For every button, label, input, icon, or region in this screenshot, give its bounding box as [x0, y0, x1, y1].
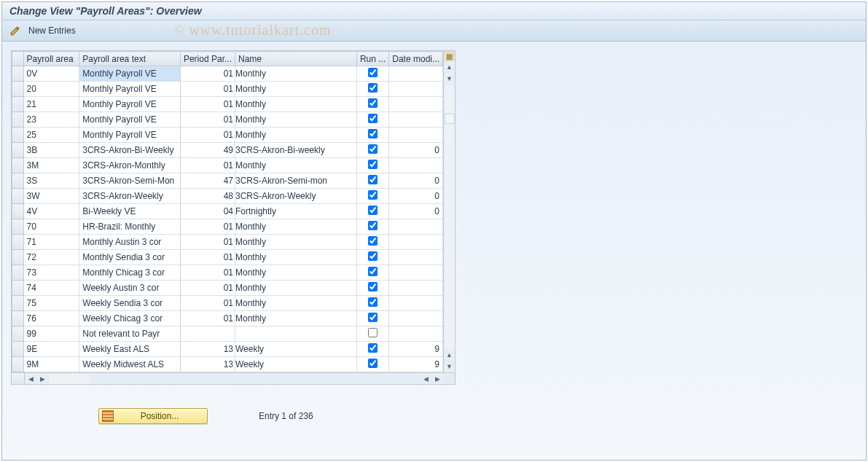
run-checkbox[interactable] [368, 83, 378, 93]
cell-period-par[interactable]: 48 [180, 189, 235, 204]
cell-run[interactable] [356, 143, 388, 158]
cell-name[interactable]: 3CRS-Akron-Bi-weekly [235, 143, 356, 158]
cell-name[interactable]: Monthly [235, 265, 356, 281]
cell-payroll-area[interactable]: 75 [23, 296, 79, 311]
cell-run[interactable] [356, 235, 388, 250]
cell-run[interactable] [356, 82, 388, 97]
cell-date-modi[interactable] [389, 97, 443, 112]
table-row[interactable]: 3M3CRS-Akron-Monthly01Monthly [12, 158, 443, 173]
cell-run[interactable] [356, 357, 388, 372]
cell-date-modi[interactable] [389, 82, 443, 97]
cell-payroll-area[interactable]: 3B [23, 143, 79, 158]
cell-payroll-area[interactable]: 20 [23, 82, 79, 97]
cell-period-par[interactable]: 01 [180, 66, 235, 82]
cell-payroll-text[interactable]: Monthly Payroll VE [79, 82, 181, 97]
cell-payroll-text[interactable]: Monthly Chicag 3 cor [79, 265, 181, 281]
table-row[interactable]: 72Monthly Sendia 3 cor01Monthly [12, 250, 443, 265]
cell-date-modi[interactable]: 9 [389, 342, 443, 357]
col-payroll-area[interactable]: Payroll area [23, 52, 79, 66]
cell-payroll-area[interactable]: 9M [23, 357, 79, 372]
cell-name[interactable]: 3CRS-Akron-Weekly [235, 189, 356, 204]
cell-period-par[interactable]: 01 [180, 82, 235, 97]
row-selector[interactable] [12, 250, 24, 265]
scroll-up-icon[interactable]: ▲ [445, 62, 455, 72]
cell-date-modi[interactable] [389, 128, 443, 143]
row-selector[interactable] [12, 326, 24, 342]
cell-date-modi[interactable] [389, 311, 443, 326]
cell-payroll-area[interactable]: 73 [23, 265, 79, 281]
table-row[interactable]: 3B3CRS-Akron-Bi-Weekly493CRS-Akron-Bi-we… [12, 143, 443, 158]
cell-run[interactable] [356, 97, 388, 112]
cell-run[interactable] [356, 281, 388, 296]
cell-payroll-text[interactable]: 3CRS-Akron-Bi-Weekly [79, 143, 181, 158]
cell-payroll-text[interactable]: Bi-Weekly VE [79, 204, 181, 219]
run-checkbox[interactable] [368, 359, 378, 368]
horizontal-scrollbar[interactable]: ◀ ▶ ◀ ▶ [12, 372, 455, 384]
cell-name[interactable]: Monthly [235, 128, 356, 143]
run-checkbox[interactable] [368, 343, 378, 353]
cell-payroll-area[interactable]: 72 [23, 250, 79, 265]
table-row[interactable]: 3S3CRS-Akron-Semi-Mon473CRS-Akron-Semi-m… [12, 173, 443, 189]
cell-period-par[interactable]: 01 [180, 158, 235, 173]
cell-payroll-text[interactable]: 3CRS-Akron-Semi-Mon [79, 173, 181, 189]
row-selector[interactable] [12, 342, 24, 357]
col-name[interactable]: Name [235, 52, 356, 66]
cell-date-modi[interactable] [389, 112, 443, 128]
row-selector[interactable] [12, 281, 24, 296]
table-settings-icon[interactable]: ▦ [445, 51, 455, 61]
col-run[interactable]: Run ... [356, 52, 388, 66]
run-checkbox[interactable] [368, 68, 378, 77]
cell-date-modi[interactable] [389, 281, 443, 296]
table-row[interactable]: 25Monthly Payroll VE01Monthly [12, 128, 443, 143]
row-selector[interactable] [12, 97, 24, 112]
cell-name[interactable]: Monthly [235, 112, 356, 128]
cell-run[interactable] [356, 311, 388, 326]
cell-payroll-text[interactable]: Not relevant to Payr [79, 326, 181, 342]
row-selector[interactable] [12, 66, 24, 82]
table-row[interactable]: 70HR-Brazil: Monthly01Monthly [12, 219, 443, 235]
cell-period-par[interactable]: 01 [180, 219, 235, 235]
scroll-down2-icon[interactable]: ▼ [445, 361, 455, 372]
run-checkbox[interactable] [368, 144, 378, 154]
run-checkbox[interactable] [368, 98, 378, 108]
cell-period-par[interactable]: 01 [180, 250, 235, 265]
run-checkbox[interactable] [368, 251, 378, 261]
cell-date-modi[interactable] [389, 66, 443, 82]
table-row[interactable]: 76Weekly Chicag 3 cor01Monthly [12, 311, 443, 326]
cell-name[interactable]: Monthly [235, 158, 356, 173]
cell-period-par[interactable]: 01 [180, 265, 235, 281]
cell-period-par[interactable]: 01 [180, 296, 235, 311]
cell-payroll-area[interactable]: 3S [23, 173, 79, 189]
cell-date-modi[interactable] [389, 296, 443, 311]
cell-payroll-text[interactable]: HR-Brazil: Monthly [79, 219, 181, 235]
cell-period-par[interactable]: 01 [180, 97, 235, 112]
cell-payroll-text[interactable]: Weekly East ALS [79, 342, 181, 357]
cell-run[interactable] [356, 173, 388, 189]
row-selector[interactable] [12, 189, 24, 204]
cell-period-par[interactable] [180, 326, 235, 342]
run-checkbox[interactable] [368, 328, 378, 337]
cell-name[interactable]: Fortnightly [235, 204, 356, 219]
run-checkbox[interactable] [368, 282, 378, 291]
cell-run[interactable] [356, 219, 388, 235]
run-checkbox[interactable] [368, 205, 378, 215]
new-entries-button[interactable]: New Entries [28, 26, 76, 36]
run-checkbox[interactable] [368, 190, 378, 200]
cell-date-modi[interactable]: 0 [389, 173, 443, 189]
cell-payroll-text[interactable]: Monthly Payroll VE [79, 128, 181, 143]
vertical-scrollbar[interactable]: ▦ ▲ ▼ ▲ ▼ [443, 51, 455, 372]
cell-payroll-text[interactable]: Monthly Austin 3 cor [79, 235, 181, 250]
table-row[interactable]: 73Monthly Chicag 3 cor01Monthly [12, 265, 443, 281]
cell-payroll-text[interactable]: Monthly Payroll VE [79, 112, 181, 128]
cell-period-par[interactable]: 01 [180, 281, 235, 296]
cell-period-par[interactable]: 01 [180, 112, 235, 128]
table-row[interactable]: 9EWeekly East ALS13Weekly9 [12, 342, 443, 357]
cell-payroll-text[interactable]: Weekly Austin 3 cor [79, 281, 181, 296]
row-selector[interactable] [12, 235, 24, 250]
cell-payroll-area[interactable]: 0V [23, 66, 79, 82]
cell-date-modi[interactable]: 9 [389, 357, 443, 372]
table-row[interactable]: 74Weekly Austin 3 cor01Monthly [12, 281, 443, 296]
run-checkbox[interactable] [368, 129, 378, 138]
scroll-left-icon[interactable]: ◀ [26, 374, 36, 384]
row-selector[interactable] [12, 128, 24, 143]
